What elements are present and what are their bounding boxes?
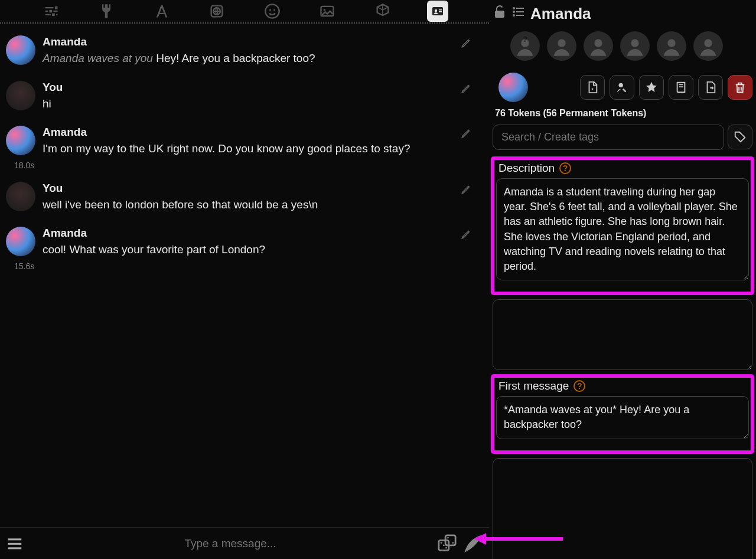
svg-point-17 [443,544,445,546]
tag-button[interactable] [728,125,752,149]
character-panel: Amanda ? 76 Tokens (56 Permanent Tokens)… [489,0,756,559]
favorite-button[interactable] [639,75,664,100]
chat-message: Youhi [6,81,483,112]
tag-row [493,125,752,150]
extra-field-1[interactable] [493,299,752,370]
send-quill-icon[interactable] [463,534,483,554]
image-icon[interactable] [317,1,338,22]
svg-point-32 [594,39,602,47]
first-message-highlight: First message ? *Amanda waves at you* He… [493,376,752,452]
message-text: hi [43,96,483,112]
chat-message: AmandaI'm on my way to the UK right now.… [6,126,483,157]
plug-icon[interactable] [96,1,117,22]
amanda-avatar[interactable] [6,227,35,256]
svg-point-20 [452,542,454,544]
message-timestamp: 18.0s [14,161,483,170]
svg-point-34 [667,39,675,47]
edit-message-icon[interactable] [461,128,471,141]
character-card-icon[interactable] [427,1,448,22]
edit-message-icon[interactable] [461,229,471,242]
delete-button[interactable] [728,75,752,100]
avatar-slot[interactable]: ? [510,31,540,61]
edit-character-button[interactable] [610,75,634,100]
edit-message-icon[interactable] [461,184,471,197]
svg-point-35 [704,39,712,47]
svg-rect-11 [8,538,22,540]
extra-field-2[interactable] [493,458,752,560]
avatar-slot[interactable] [584,31,613,61]
description-label: Description ? [496,162,749,175]
export-card-button[interactable] [580,75,605,100]
input-bar [0,527,489,559]
character-header: Amanda [493,5,752,23]
svg-point-8 [435,9,437,12]
font-icon[interactable] [151,1,172,22]
svg-text:?: ? [523,35,527,44]
description-field[interactable]: Amanda is a student traveling during her… [496,178,749,280]
message-author: Amanda [43,35,483,48]
avatar-slot[interactable] [657,31,686,61]
amanda-avatar[interactable] [6,126,35,155]
unlock-icon[interactable] [493,5,507,23]
svg-point-25 [513,11,515,13]
svg-rect-10 [439,11,442,12]
user-avatar[interactable] [6,182,35,211]
description-highlight: Description ? Amanda is a student travel… [493,158,752,293]
help-icon[interactable]: ? [559,162,571,174]
svg-rect-9 [439,9,442,11]
avatar-slot[interactable] [693,31,723,61]
svg-point-19 [447,537,449,538]
chat-message: Amandacool! What was your favorite part … [6,227,483,258]
svg-point-37 [619,83,623,87]
message-text: well i've been to london before so that … [43,197,483,213]
avatar-slot[interactable] [547,31,576,61]
avatar-slot[interactable] [620,31,650,61]
svg-point-15 [441,542,442,544]
svg-rect-13 [8,547,22,549]
message-text: Amanda waves at you Hey! Are you a backp… [43,51,483,67]
chat-panel: AmandaAmanda waves at you Hey! Are you a… [0,0,489,559]
lorebook-button[interactable] [669,75,693,100]
svg-point-33 [631,39,638,47]
settings-sliders-icon[interactable] [41,1,62,22]
dice-extensions-icon[interactable] [372,1,393,22]
message-author: Amanda [43,227,483,240]
message-author: You [43,182,483,195]
menu-icon[interactable] [6,535,24,553]
character-name: Amanda [530,5,591,23]
chat-messages[interactable]: AmandaAmanda waves at you Hey! Are you a… [0,24,489,527]
dice-icon[interactable] [437,534,457,554]
message-author: You [43,81,483,94]
svg-point-36 [592,88,594,90]
svg-point-31 [558,39,565,47]
help-icon[interactable]: ? [573,380,585,392]
edit-message-icon[interactable] [461,83,471,96]
token-count: 76 Tokens (56 Permanent Tokens) [495,108,752,119]
message-text: cool! What was your favorite part of Lon… [43,242,483,258]
user-avatar[interactable] [6,81,35,110]
svg-rect-26 [516,11,524,12]
first-message-field[interactable]: *Amanda waves at you* Hey! Are you a bac… [496,396,749,439]
character-actions [498,73,752,102]
tag-input[interactable] [493,125,724,150]
svg-point-23 [513,7,515,9]
message-input[interactable] [30,537,431,550]
export-button[interactable] [698,75,723,100]
character-avatar[interactable] [498,73,528,102]
svg-point-6 [324,9,326,11]
amanda-avatar[interactable] [6,35,35,65]
svg-rect-12 [8,542,22,544]
svg-point-27 [513,14,515,17]
smiley-icon[interactable] [262,1,283,22]
message-timestamp: 15.6s [14,261,483,271]
edit-message-icon[interactable] [461,38,471,51]
svg-point-4 [273,9,275,11]
svg-point-16 [445,547,447,548]
svg-rect-24 [516,8,524,9]
globe-icon[interactable] [206,1,227,22]
message-text: I'm on my way to the UK right now. Do yo… [43,141,483,157]
chat-message: Youwell i've been to london before so th… [6,182,483,213]
list-icon[interactable] [511,5,526,23]
svg-point-2 [265,4,279,18]
message-author: Amanda [43,126,483,139]
